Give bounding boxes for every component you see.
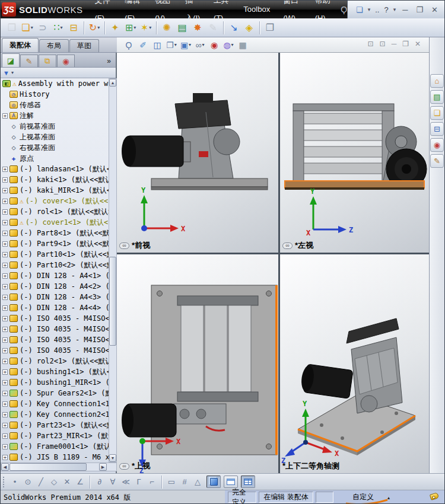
menu-item-5[interactable]: Toolbox <box>237 1 276 18</box>
exploded-view-button[interactable]: ✸ <box>190 20 205 36</box>
doc-minimize-icon[interactable]: ─ <box>392 40 397 48</box>
tree-item[interactable]: +(-) Part23<1> (默认<<默 <box>1 420 109 430</box>
tree-expander-icon[interactable]: + <box>2 348 8 353</box>
close-button[interactable]: ✕ <box>430 5 440 14</box>
tree-item[interactable]: +(-) kaki<1> (默认<<默认 <box>1 174 109 185</box>
custom-caret-icon[interactable]: ▴ <box>387 495 390 500</box>
snap-point-button[interactable]: • <box>9 476 21 488</box>
tree-expander-icon[interactable]: + <box>2 359 8 364</box>
rotate-component-caret-icon[interactable]: ▾ <box>97 25 100 30</box>
tree-expander-icon[interactable]: + <box>2 273 8 279</box>
doc-restore-icon[interactable]: ❐ <box>402 40 409 48</box>
reference-geometry-caret-icon[interactable]: ▾ <box>149 25 151 30</box>
search-pin-icon[interactable]: Ϙ <box>341 5 347 14</box>
smart-fasteners-button[interactable]: ⊟ <box>66 20 81 36</box>
scene-caret-icon[interactable]: ▾ <box>231 42 234 47</box>
tree-item[interactable]: +(-) Part10<2> (默认<<默 <box>1 260 109 270</box>
new-document-caret-icon[interactable]: ▾ <box>368 7 371 12</box>
tree-item[interactable]: +(-) JIS B 1189 - M6 x 1 <box>1 452 109 462</box>
assembly-features-caret-icon[interactable]: ▾ <box>134 25 136 30</box>
tree-expander-icon[interactable]: + <box>2 295 8 300</box>
tab-layout[interactable]: 布局 <box>39 39 69 52</box>
open-document-caret-icon[interactable]: ▾ <box>31 25 33 30</box>
section-view-button[interactable]: ◫ <box>150 39 164 52</box>
panel-tabs-more-icon[interactable]: » <box>107 57 115 67</box>
filter-caret-icon[interactable]: ▾ <box>11 70 14 75</box>
configurationmanager-tab-button[interactable]: ⧉ <box>39 55 56 67</box>
home-button[interactable]: ⌂ <box>430 74 444 88</box>
tree-item[interactable]: +(-) Spur Gears2<1> (默认 <box>1 388 109 398</box>
display-style-caret-icon[interactable]: ▾ <box>202 42 204 47</box>
edit-appearance-button[interactable]: ◉ <box>207 39 221 52</box>
tree-item[interactable]: +(-) Part23_MIR<1> (默认 <box>1 430 109 441</box>
snap-grid-button[interactable]: # <box>179 476 190 488</box>
instant3d-button[interactable]: ↘ <box>226 20 241 36</box>
tree-item[interactable]: +◇上视基准面 <box>1 132 109 142</box>
bill-of-materials-button[interactable]: ▤ <box>174 20 190 36</box>
tree-item[interactable]: +(-) DIN 128 - A4<4> (默 <box>1 302 109 313</box>
mate-button[interactable]: ⊃ <box>35 20 50 36</box>
four-viewport-button[interactable] <box>241 476 255 488</box>
tab-assembly[interactable]: 装配体 <box>2 38 39 52</box>
snap-polygon-button[interactable]: ◇ <box>48 476 60 488</box>
shaded-view-button[interactable] <box>206 476 221 488</box>
tree-expander-icon[interactable]: + <box>2 220 8 225</box>
tree-expander-icon[interactable]: + <box>2 231 8 236</box>
component-preview-button[interactable]: ✦ <box>107 20 123 36</box>
tree-expander-icon[interactable]: + <box>2 327 8 332</box>
propertymanager-tab-button[interactable]: ✎ <box>20 55 38 67</box>
motion-study-button[interactable]: ✺ <box>159 20 174 36</box>
tree-expander-icon[interactable]: + <box>2 305 8 311</box>
tree-item[interactable]: +◇前视基准面 <box>1 121 109 132</box>
snap-parallel-button[interactable]: ∀ <box>107 476 119 488</box>
tree-expander-icon[interactable]: + <box>2 433 8 439</box>
tree-hscroll-thumb[interactable] <box>9 463 87 471</box>
zoom-area-button[interactable]: ✐ <box>136 39 150 52</box>
screenshot-button[interactable]: ❐ <box>262 20 278 36</box>
tree-scroll-left-button[interactable]: ◀ <box>1 463 9 471</box>
tab-sketch[interactable]: 草图 <box>69 39 99 52</box>
rotate-component-button[interactable]: ↻▾ <box>87 20 102 36</box>
tree-item[interactable]: +A注解 <box>1 110 109 121</box>
snap-intersection-button[interactable]: ✕ <box>61 476 73 488</box>
tree-scroll-down-button[interactable]: ▼ <box>109 454 116 462</box>
tree-expander-icon[interactable]: + <box>2 209 8 215</box>
viewport-top[interactable]: X Z ∞ *上视 <box>117 254 278 473</box>
tree-item[interactable]: +(-) Part8<1> (默认<<默 <box>1 228 109 238</box>
snap-center-button[interactable]: ⊙ <box>22 476 34 488</box>
doc-close-icon[interactable]: ✕ <box>415 40 421 48</box>
tree-root-item[interactable]: ◧⚠Assembly with power win <box>1 78 109 89</box>
tree-item[interactable]: +(-) bushing1<1> (默认<< <box>1 366 109 377</box>
tree-expander-icon[interactable]: + <box>2 188 8 193</box>
viewport-isometric[interactable]: Y X Z *上下二等角轴测 <box>280 254 429 473</box>
display-style-button[interactable]: ∞▾ <box>193 39 207 52</box>
viewport-front[interactable]: Y X ∞ *前视 <box>117 53 278 253</box>
snap-line-button[interactable]: ╱ <box>35 476 47 488</box>
tree-expander-icon[interactable]: + <box>2 337 8 343</box>
tree-vscrollbar[interactable]: ▲ ▼ <box>109 78 117 462</box>
tree-expander-icon[interactable]: + <box>2 401 8 407</box>
snap-corner-button[interactable]: Γ <box>133 476 145 488</box>
open-document-button[interactable]: ❏▾ <box>20 20 35 36</box>
scene-button[interactable]: ◍▾ <box>221 39 236 52</box>
status-custom-label[interactable]: 自定义 <box>340 492 386 503</box>
tree-item[interactable]: +(-) Key Connection2<1> <box>1 409 109 420</box>
tree-expander-icon[interactable]: + <box>2 113 8 119</box>
snap-perpendicular-button[interactable]: ≪ <box>120 476 132 488</box>
tree-item[interactable]: +(-) landasan<1> (默认<< <box>1 164 109 174</box>
tree-item[interactable]: +◷History <box>1 89 109 100</box>
tree-expander-icon[interactable]: + <box>2 369 8 375</box>
tree-expander-icon[interactable]: + <box>2 412 8 417</box>
tree-expander-icon[interactable]: + <box>2 252 8 257</box>
doc-restore-2-icon[interactable]: ⊡ <box>380 40 386 48</box>
viewport-left[interactable]: Y Z X ∞ *左视 <box>280 53 429 253</box>
tree-expander-icon[interactable]: + <box>2 263 8 268</box>
tree-item[interactable]: +(-) Key Connection1<1> <box>1 398 109 409</box>
tree-item[interactable]: +(-) ISO 4035 - M4ISO<1> <box>1 313 109 324</box>
snap-rectangle-button[interactable]: ▭ <box>166 476 177 488</box>
snap-angle-button[interactable]: ∠ <box>74 476 86 488</box>
snap-triangle-button[interactable]: △ <box>192 476 204 488</box>
tree-expander-icon[interactable]: + <box>2 316 8 321</box>
view-orientation-caret-icon[interactable]: ▾ <box>174 42 177 47</box>
tree-item[interactable]: +(-) rol2<1> (默认<<默认 <box>1 356 109 366</box>
